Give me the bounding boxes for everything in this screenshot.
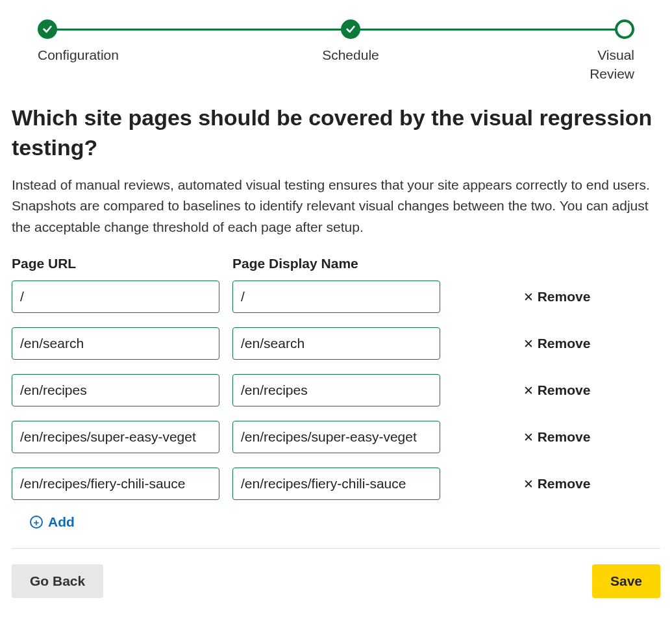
remove-button[interactable]: ✕ Remove <box>453 289 660 305</box>
page-url-input[interactable] <box>12 281 219 313</box>
step-label: Visual Review <box>590 45 634 84</box>
table-row: ✕ Remove <box>12 327 660 360</box>
remove-label: Remove <box>538 476 591 492</box>
add-label: Add <box>48 514 75 530</box>
table-row: ✕ Remove <box>12 468 660 500</box>
remove-label: Remove <box>538 382 591 398</box>
check-icon <box>38 19 57 39</box>
step-schedule: Schedule <box>322 19 379 84</box>
table-header: Page URL Page Display Name <box>12 256 660 271</box>
page-name-input[interactable] <box>232 327 440 360</box>
step-label: Configuration <box>38 45 119 64</box>
remove-label: Remove <box>538 336 591 351</box>
step-label: Schedule <box>322 45 379 64</box>
check-icon <box>341 19 360 39</box>
stepper-nodes: Configuration Schedule Visual Review <box>38 19 634 84</box>
remove-label: Remove <box>538 429 591 445</box>
remove-button[interactable]: ✕ Remove <box>453 476 660 492</box>
table-row: ✕ Remove <box>12 374 660 406</box>
page-description: Instead of manual reviews, automated vis… <box>12 175 660 238</box>
table-row: ✕ Remove <box>12 421 660 453</box>
page-url-input[interactable] <box>12 421 219 453</box>
footer-actions: Go Back Save <box>12 564 660 598</box>
close-icon: ✕ <box>523 384 534 397</box>
go-back-button[interactable]: Go Back <box>12 564 103 598</box>
page-rows: ✕ Remove ✕ Remove ✕ Remove ✕ <box>12 281 660 500</box>
add-button[interactable]: + Add <box>30 514 75 530</box>
page-title: Which site pages should be covered by th… <box>12 103 660 163</box>
remove-button[interactable]: ✕ Remove <box>453 382 660 398</box>
plus-icon: + <box>30 516 43 529</box>
step-configuration: Configuration <box>38 19 119 84</box>
page-name-input[interactable] <box>232 281 440 313</box>
save-button[interactable]: Save <box>592 564 660 598</box>
stepper: Configuration Schedule Visual Review <box>38 19 634 84</box>
page-url-input[interactable] <box>12 374 219 406</box>
col-header-url: Page URL <box>12 256 219 271</box>
page-url-input[interactable] <box>12 468 219 500</box>
table-row: ✕ Remove <box>12 281 660 313</box>
add-row-container: + Add <box>30 514 660 530</box>
close-icon: ✕ <box>523 338 534 350</box>
step-visual-review: Visual Review <box>582 19 634 84</box>
page-name-input[interactable] <box>232 421 440 453</box>
remove-button[interactable]: ✕ Remove <box>453 429 660 445</box>
page-name-input[interactable] <box>232 468 440 500</box>
current-step-icon <box>615 19 634 39</box>
close-icon: ✕ <box>523 431 534 443</box>
divider <box>12 548 660 549</box>
close-icon: ✕ <box>523 291 534 303</box>
close-icon: ✕ <box>523 478 534 490</box>
col-header-name: Page Display Name <box>232 256 440 271</box>
remove-label: Remove <box>538 289 591 305</box>
remove-button[interactable]: ✕ Remove <box>453 336 660 351</box>
page-name-input[interactable] <box>232 374 440 406</box>
page-url-input[interactable] <box>12 327 219 360</box>
page-container: Configuration Schedule Visual Review Whi… <box>0 0 672 618</box>
